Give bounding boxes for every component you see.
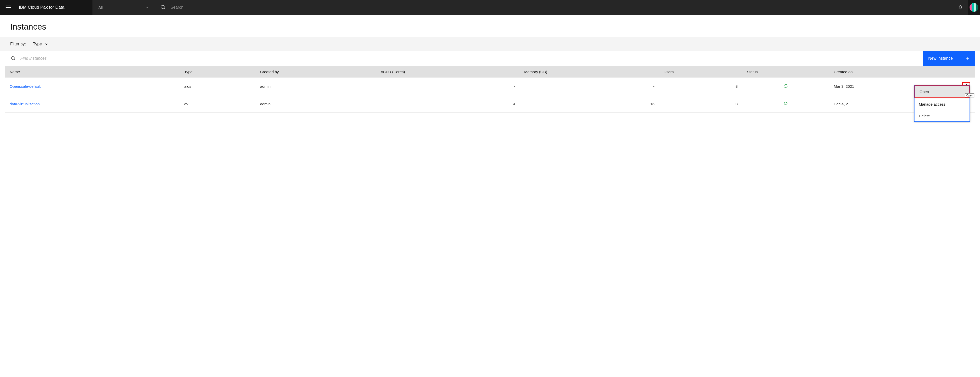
- refresh-icon: [783, 102, 788, 107]
- global-search[interactable]: [155, 0, 953, 15]
- cell-created-by: admin: [255, 78, 377, 95]
- instance-link[interactable]: Openscale-default: [10, 84, 41, 88]
- chevron-down-icon: [145, 5, 150, 10]
- cell-status: [742, 78, 829, 95]
- cell-memory: 16: [520, 95, 659, 113]
- header-actions: [953, 0, 980, 15]
- col-type[interactable]: Type: [180, 66, 255, 78]
- global-search-input[interactable]: [170, 5, 948, 10]
- bell-icon: [958, 5, 963, 10]
- col-created-on[interactable]: Created on: [829, 66, 958, 78]
- find-instances[interactable]: [5, 51, 923, 66]
- col-name[interactable]: Name: [5, 66, 180, 78]
- svg-rect-0: [6, 6, 11, 6]
- filter-type-dropdown[interactable]: Type: [33, 42, 48, 46]
- cell-type: aios: [180, 78, 255, 95]
- scope-dropdown-label: All: [99, 5, 103, 10]
- table-toolbar: New instance +: [5, 51, 975, 66]
- menu-item-manage-access[interactable]: Manage access: [914, 98, 970, 110]
- col-users[interactable]: Users: [659, 66, 742, 78]
- menu-item-open[interactable]: Open: [914, 85, 970, 98]
- tooltip-open: Open: [965, 93, 974, 97]
- cell-created-by: admin: [255, 95, 377, 113]
- global-header: IBM Cloud Pak for Data All: [0, 0, 980, 15]
- cell-vcpu: -: [377, 78, 520, 95]
- avatar-icon: [970, 3, 978, 12]
- chevron-down-icon: [45, 42, 48, 46]
- instances-table: Name Type Created by vCPU (Cores) Memory…: [5, 66, 975, 113]
- page-title: Instances: [0, 15, 980, 37]
- cell-users: 8: [659, 78, 742, 95]
- plus-icon: +: [966, 55, 969, 62]
- table-header-row: Name Type Created by vCPU (Cores) Memory…: [5, 66, 975, 78]
- content-wrap: New instance + Name Type Created by vCPU…: [0, 51, 980, 113]
- table-row: Openscale-default aios admin - - 8 Mar 3…: [5, 78, 975, 95]
- svg-rect-1: [6, 7, 11, 8]
- cell-users: 3: [659, 95, 742, 113]
- filter-type-label: Type: [33, 42, 42, 46]
- search-icon: [161, 5, 166, 10]
- new-instance-label: New instance: [928, 56, 953, 61]
- svg-point-3: [966, 84, 967, 85]
- menu-toggle-button[interactable]: [0, 0, 16, 15]
- col-actions: [958, 66, 975, 78]
- user-avatar[interactable]: [968, 0, 980, 15]
- refresh-icon: [783, 85, 788, 89]
- svg-rect-2: [6, 9, 11, 9]
- hamburger-icon: [6, 5, 11, 10]
- col-created-by[interactable]: Created by: [255, 66, 377, 78]
- cell-vcpu: 4: [377, 95, 520, 113]
- cell-status: [742, 95, 829, 113]
- cell-memory: -: [520, 78, 659, 95]
- filter-bar: Filter by: Type: [0, 37, 980, 51]
- table-row: data-virtualization dv admin 4 16 3 Dec …: [5, 95, 975, 113]
- notifications-button[interactable]: [953, 0, 968, 15]
- cell-type: dv: [180, 95, 255, 113]
- menu-item-delete[interactable]: Delete: [914, 110, 970, 122]
- filter-by-label: Filter by:: [10, 42, 26, 46]
- scope-dropdown[interactable]: All: [93, 0, 155, 15]
- col-memory[interactable]: Memory (GB): [520, 66, 659, 78]
- page-body: Instances Filter by: Type New instance +…: [0, 15, 980, 123]
- row-actions-menu: Open Manage access Delete: [914, 85, 970, 122]
- product-brand: IBM Cloud Pak for Data: [16, 0, 93, 15]
- find-instances-input[interactable]: [21, 56, 917, 61]
- new-instance-button[interactable]: New instance +: [923, 51, 975, 66]
- col-vcpu[interactable]: vCPU (Cores): [377, 66, 520, 78]
- col-status[interactable]: Status: [742, 66, 829, 78]
- instance-link[interactable]: data-virtualization: [10, 102, 40, 106]
- search-icon: [11, 56, 16, 61]
